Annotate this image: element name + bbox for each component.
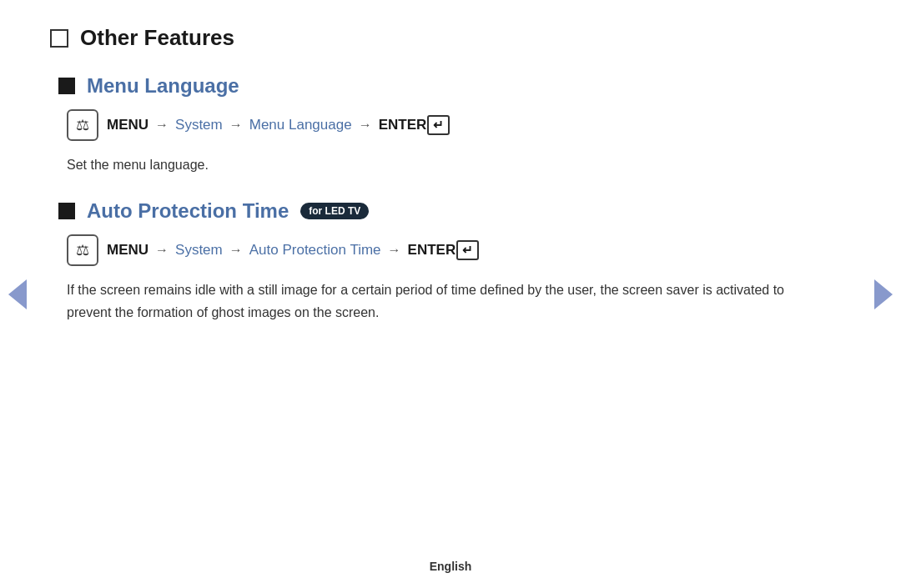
menu-arrow-2c: → (388, 243, 401, 258)
nav-arrow-right[interactable] (874, 279, 893, 309)
section-heading: Other Features (50, 25, 834, 51)
enter-symbol-2: ↵ (462, 243, 473, 258)
badge-led-tv: for LED TV (300, 203, 369, 219)
filled-square-1 (58, 78, 75, 94)
menu-icon-symbol-2: ⚖ (76, 241, 89, 259)
menu-icon-symbol-1: ⚖ (76, 116, 89, 134)
enter-key-1: ENTER ↵ (379, 115, 450, 135)
menu-arrow-1b: → (229, 118, 243, 133)
enter-box-2: ↵ (456, 240, 479, 260)
menu-icon-1: ⚖ (67, 109, 98, 141)
menu-arrow-2a: → (155, 243, 169, 258)
nav-arrow-left[interactable] (8, 279, 27, 309)
filled-square-2 (58, 203, 75, 219)
menu-link-system-2: System (175, 242, 223, 259)
menu-keyword-1: MENU (107, 117, 148, 133)
menu-link-system-1: System (175, 117, 223, 133)
menu-link-item-2: Auto Protection Time (249, 242, 381, 259)
subsection-menu-language: Menu Language ⚖ MENU ⁫ → System → Menu L… (50, 74, 834, 176)
menu-keyword-2: MENU (107, 242, 148, 259)
enter-symbol-1: ↵ (433, 118, 444, 133)
menu-link-item-1: Menu Language (249, 117, 352, 133)
menu-path-row-2: ⚖ MENU ⁫ → System → Auto Protection Time… (58, 234, 834, 266)
sub-title-menu-language: Menu Language (87, 74, 239, 98)
description-auto-protection: If the screen remains idle with a still … (58, 279, 793, 324)
enter-box-1: ↵ (427, 115, 450, 135)
footer: English (430, 560, 472, 573)
menu-arrow-2b: → (229, 243, 243, 258)
sub-title-auto-protection: Auto Protection Time (87, 199, 289, 223)
menu-icon-2: ⚖ (67, 234, 98, 266)
page-container: Other Features Menu Language ⚖ MENU ⁫ → … (0, 0, 901, 588)
enter-label-1: ENTER (379, 117, 427, 133)
menu-path-row-1: ⚖ MENU ⁫ → System → Menu Language → ENTE… (58, 109, 834, 141)
menu-arrow-1a: → (155, 118, 169, 133)
subsection-auto-protection-time: Auto Protection Time for LED TV ⚖ MENU ⁫… (50, 199, 834, 324)
footer-language: English (430, 560, 472, 573)
sub-heading-row-1: Menu Language (58, 74, 834, 98)
enter-key-2: ENTER ↵ (408, 240, 480, 260)
checkbox-icon (50, 29, 68, 48)
enter-label-2: ENTER (408, 242, 456, 259)
menu-arrow-1c: → (359, 118, 372, 133)
description-menu-language: Set the menu language. (58, 154, 793, 176)
section-title: Other Features (80, 25, 234, 51)
sub-heading-row-2: Auto Protection Time for LED TV (58, 199, 834, 223)
